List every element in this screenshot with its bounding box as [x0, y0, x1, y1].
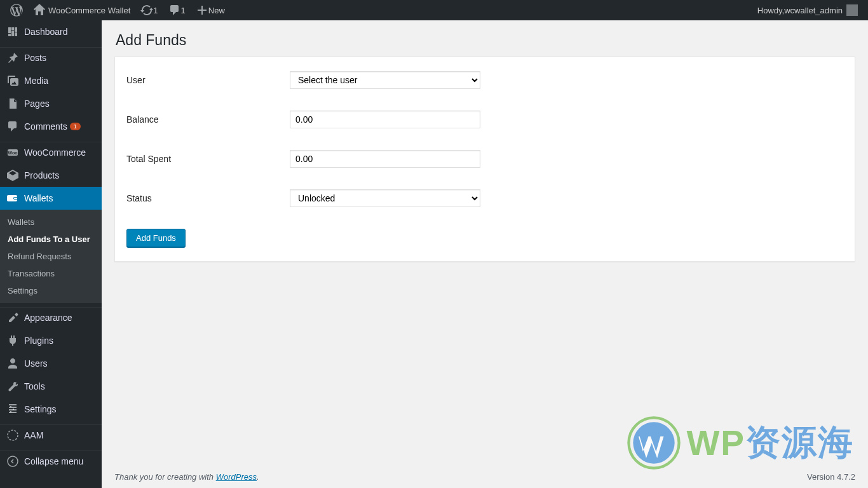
submenu-item-wallets[interactable]: Wallets: [0, 214, 102, 231]
appearance-icon: [6, 311, 19, 324]
sidebar-item-pages[interactable]: Pages: [0, 92, 102, 115]
version-text: Version 4.7.2: [807, 472, 855, 482]
sidebar-item-wallets[interactable]: Wallets: [0, 187, 102, 210]
sidebar-item-woocommerce[interactable]: WooWooCommerce: [0, 142, 102, 164]
sidebar-item-tools[interactable]: Tools: [0, 375, 102, 398]
sidebar-item-label: Pages: [24, 98, 50, 109]
sidebar-item-products[interactable]: Products: [0, 164, 102, 187]
plugin-icon: [6, 334, 19, 347]
sidebar-item-media[interactable]: Media: [0, 69, 102, 92]
comments-link[interactable]: 1: [163, 0, 191, 20]
page-icon: [6, 97, 19, 110]
wordpress-link[interactable]: WordPress: [216, 472, 257, 482]
sidebar-item-label: Wallets: [24, 193, 53, 203]
comments-icon: [6, 120, 19, 133]
sidebar-item-comments[interactable]: Comments1: [0, 115, 102, 138]
svg-point-2: [8, 430, 18, 440]
total-spent-input[interactable]: [290, 150, 480, 168]
products-icon: [6, 169, 19, 182]
main-content: Add Funds User Select the user Balance T…: [102, 20, 868, 488]
svg-point-3: [8, 456, 18, 466]
status-label: Status: [126, 193, 290, 203]
balance-label: Balance: [126, 114, 290, 125]
comment-count: 1: [181, 6, 186, 15]
sidebar-item-label: Users: [24, 358, 48, 369]
sidebar-item-label: Comments: [24, 121, 67, 132]
wallet-icon: [6, 192, 19, 205]
sidebar-item-settings[interactable]: Settings: [0, 398, 102, 421]
user-avatar-icon: [846, 4, 858, 16]
footer-thanks-text: Thank you for creating with: [114, 472, 216, 482]
users-icon: [6, 357, 19, 370]
tools-icon: [6, 380, 19, 393]
update-count: 1: [153, 6, 158, 15]
collapse-menu-button[interactable]: Collapse menu: [0, 451, 102, 473]
comments-badge: 1: [70, 123, 81, 130]
status-select[interactable]: Unlocked: [290, 189, 480, 207]
sidebar-item-label: AAM: [24, 430, 43, 440]
site-name-link[interactable]: WooCommerce Wallet: [28, 0, 135, 20]
add-funds-form: User Select the user Balance Total Spent…: [114, 57, 855, 262]
wallets-submenu: Wallets Add Funds To a User Refund Reque…: [0, 210, 102, 303]
wp-logo-menu[interactable]: [5, 0, 28, 20]
sidebar-item-plugins[interactable]: Plugins: [0, 329, 102, 352]
page-title: Add Funds: [114, 20, 855, 57]
svg-text:Woo: Woo: [8, 151, 17, 155]
user-label: User: [126, 75, 290, 85]
pin-icon: [6, 51, 19, 64]
collapse-icon: [6, 455, 19, 468]
total-spent-label: Total Spent: [126, 154, 290, 164]
settings-icon: [6, 403, 19, 416]
sidebar-item-label: Dashboard: [24, 27, 68, 37]
sidebar-item-label: Appearance: [24, 313, 72, 323]
balance-input[interactable]: [290, 111, 480, 128]
plus-icon: [196, 4, 208, 17]
home-icon: [33, 4, 46, 17]
add-funds-button[interactable]: Add Funds: [126, 229, 186, 247]
site-name: WooCommerce Wallet: [48, 6, 130, 15]
new-label: New: [208, 6, 225, 15]
user-select[interactable]: Select the user: [290, 71, 480, 89]
dashboard-icon: [6, 25, 19, 38]
sidebar-item-appearance[interactable]: Appearance: [0, 307, 102, 329]
sidebar-item-label: Posts: [24, 53, 46, 63]
admin-footer: Thank you for creating with WordPress. V…: [114, 472, 855, 482]
sidebar-item-label: Plugins: [24, 336, 53, 346]
user-account-menu[interactable]: Howdy, wcwallet_admin: [752, 0, 863, 20]
admin-toolbar: WooCommerce Wallet 1 1 New Howdy, wcwall…: [0, 0, 868, 20]
sidebar-item-label: Media: [24, 76, 48, 86]
aam-icon: [6, 429, 19, 442]
sidebar-item-label: Products: [24, 170, 59, 180]
updates-link[interactable]: 1: [135, 0, 163, 20]
username: wcwallet_admin: [784, 6, 843, 15]
media-icon: [6, 74, 19, 87]
wordpress-logo-icon: [10, 4, 23, 17]
submenu-item-transactions[interactable]: Transactions: [0, 265, 102, 282]
new-content-link[interactable]: New: [191, 0, 230, 20]
sidebar-item-label: WooCommerce: [24, 147, 86, 158]
sidebar-item-label: Settings: [24, 404, 57, 414]
update-icon: [140, 4, 153, 17]
admin-sidebar: Dashboard Posts Media Pages Comments1 Wo…: [0, 20, 102, 488]
submenu-item-settings[interactable]: Settings: [0, 282, 102, 299]
sidebar-item-aam[interactable]: AAM: [0, 424, 102, 447]
comment-icon: [168, 4, 181, 17]
sidebar-item-dashboard[interactable]: Dashboard: [0, 20, 102, 43]
sidebar-item-users[interactable]: Users: [0, 352, 102, 375]
sidebar-item-label: Tools: [24, 381, 45, 391]
sidebar-item-label: Collapse menu: [24, 456, 83, 466]
submenu-item-add-funds[interactable]: Add Funds To a User: [0, 231, 102, 248]
woocommerce-icon: Woo: [6, 146, 19, 159]
sidebar-item-posts[interactable]: Posts: [0, 47, 102, 69]
howdy-text: Howdy,: [757, 6, 784, 15]
submenu-item-refund[interactable]: Refund Requests: [0, 248, 102, 265]
